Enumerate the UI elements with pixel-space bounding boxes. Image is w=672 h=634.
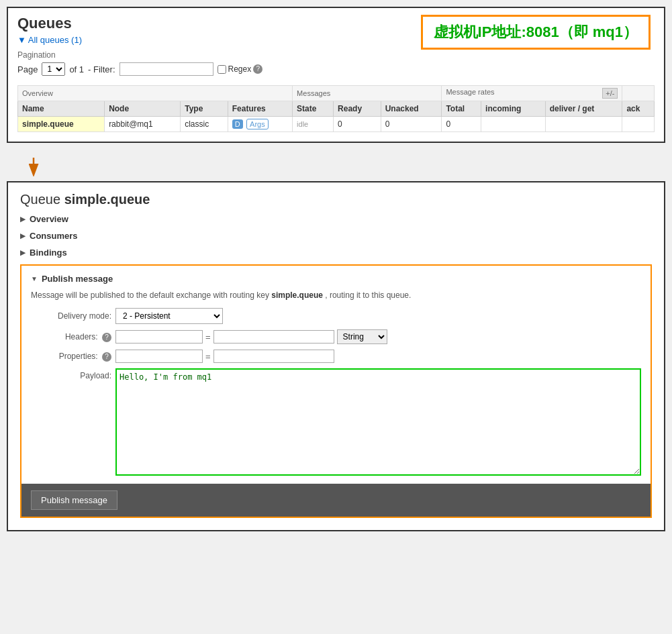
queue-type-cell: classic — [181, 117, 228, 132]
publish-section-header[interactable]: ▼ Publish message — [31, 274, 641, 284]
properties-row: Properties: ? = — [31, 350, 641, 363]
queue-incoming-cell — [481, 117, 546, 132]
annotation-text: 虚拟机IP地址:8081（即 mq1） — [434, 23, 638, 40]
overview-section-header: Overview — [18, 86, 293, 101]
col-header-name: Name — [18, 101, 105, 117]
queue-detail-panel: Queue simple.queue ▶ Overview ▶ Consumer… — [7, 181, 665, 531]
overview-toggle[interactable]: ▶ Overview — [20, 214, 652, 224]
payload-textarea[interactable]: Hello, I'm from mq1 — [115, 368, 641, 476]
regex-checkbox[interactable] — [218, 65, 226, 74]
queue-unacked-cell: 0 — [381, 117, 442, 132]
queue-ready-cell: 0 — [334, 117, 381, 132]
queue-detail-name: simple.queue — [64, 192, 150, 207]
queue-node-cell: rabbit@mq1 — [105, 117, 181, 132]
annotation-box: 虚拟机IP地址:8081（即 mq1） — [421, 15, 651, 50]
tag-d: D — [232, 119, 243, 129]
headers-value-input[interactable] — [213, 330, 334, 344]
consumers-label: Consumers — [30, 231, 78, 241]
of-label: of 1 — [69, 64, 84, 74]
bindings-label: Bindings — [30, 248, 67, 258]
publish-button-row: Publish message — [21, 484, 651, 517]
headers-row: Headers: ? = String Number Boolean — [31, 329, 641, 344]
headers-label: Headers: ? — [31, 332, 111, 342]
payload-label: Payload: — [31, 368, 111, 380]
message-rates-section-header: Message rates +/- — [442, 86, 622, 101]
col-header-ack: ack — [622, 101, 655, 117]
col-header-state: State — [293, 101, 334, 117]
regex-text: Regex — [228, 64, 252, 74]
pagination-row: Page 1 of 1 - Filter: Regex ? — [17, 62, 655, 76]
headers-key-input[interactable] — [115, 330, 203, 344]
col-header-ready: Ready — [334, 101, 381, 117]
col-header-deliver-get: deliver / get — [545, 101, 622, 117]
headers-inputs: = String Number Boolean — [115, 329, 387, 344]
delivery-mode-select[interactable]: 1 - Non-persistent 2 - Persistent — [115, 308, 223, 324]
queue-detail-title: Queue simple.queue — [20, 192, 652, 207]
filter-input[interactable] — [119, 62, 213, 76]
headers-help-icon[interactable]: ? — [102, 333, 111, 342]
consumers-toggle[interactable]: ▶ Consumers — [20, 231, 652, 241]
page-label: Page — [17, 64, 38, 74]
properties-equals: = — [205, 352, 211, 362]
regex-label: Regex ? — [218, 64, 263, 74]
col-header-total: Total — [442, 101, 481, 117]
overview-label: Overview — [30, 214, 68, 224]
consumers-triangle-icon: ▶ — [20, 232, 26, 240]
bindings-triangle-icon: ▶ — [20, 249, 26, 256]
properties-key-input[interactable] — [115, 350, 203, 363]
queues-table: Overview Messages Message rates +/- Name… — [17, 85, 655, 132]
down-arrow-icon — [27, 156, 81, 176]
properties-inputs: = — [115, 350, 334, 363]
headers-type-select[interactable]: String Number Boolean — [337, 329, 387, 344]
delivery-mode-label: Delivery mode: — [31, 311, 111, 321]
queue-deliver-get-cell — [545, 117, 622, 132]
filter-label: - Filter: — [88, 64, 115, 74]
col-header-features: Features — [228, 101, 292, 117]
payload-row: Payload: Hello, I'm from mq1 — [31, 368, 641, 476]
queue-total-cell: 0 — [442, 117, 481, 132]
publish-section-title: Publish message — [42, 274, 113, 284]
queues-panel: Queues ▼ All queues (1) 虚拟机IP地址:8081（即 m… — [7, 7, 665, 143]
col-header-incoming: incoming — [481, 101, 546, 117]
properties-help-icon[interactable]: ? — [102, 352, 111, 362]
plus-minus-button[interactable]: +/- — [602, 88, 618, 99]
queue-features-cell: D Args — [228, 117, 292, 132]
publish-triangle-icon: ▼ — [31, 275, 38, 282]
table-row: simple.queue rabbit@mq1 classic D Args i… — [18, 117, 655, 132]
bindings-toggle[interactable]: ▶ Bindings — [20, 248, 652, 258]
col-header-node: Node — [105, 101, 181, 117]
col-header-unacked: Unacked — [381, 101, 442, 117]
queue-ack-cell — [622, 117, 655, 132]
messages-section-header: Messages — [293, 86, 442, 101]
delivery-mode-row: Delivery mode: 1 - Non-persistent 2 - Pe… — [31, 308, 641, 324]
page-select[interactable]: 1 — [42, 62, 65, 76]
pagination-label: Pagination — [17, 50, 655, 60]
properties-label: Properties: ? — [31, 352, 111, 362]
publish-info-text: Message will be published to the default… — [31, 290, 641, 300]
arrow-container — [7, 156, 665, 178]
regex-help-icon[interactable]: ? — [253, 64, 262, 74]
overview-triangle-icon: ▶ — [20, 215, 26, 223]
headers-equals: = — [205, 332, 211, 342]
col-header-type: Type — [181, 101, 228, 117]
queue-state-cell: idle — [293, 117, 334, 132]
publish-message-button[interactable]: Publish message — [31, 490, 117, 510]
publish-message-section: ▼ Publish message Message will be publis… — [20, 264, 652, 518]
tag-args[interactable]: Args — [246, 119, 269, 129]
properties-value-input[interactable] — [213, 350, 334, 363]
queue-name-cell[interactable]: simple.queue — [18, 117, 105, 132]
routing-key: simple.queue — [271, 290, 323, 300]
